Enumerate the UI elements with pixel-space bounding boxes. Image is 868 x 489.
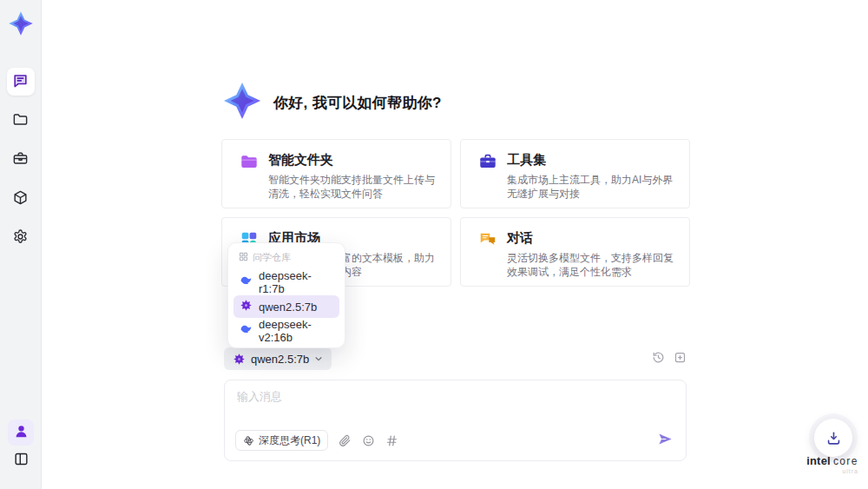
- chat-bubbles-icon: [478, 230, 497, 249]
- user-icon: [13, 423, 30, 442]
- deep-think-label: 深度思考(R1): [259, 433, 320, 448]
- folder-icon: [240, 152, 259, 171]
- card-desc: 灵活切换多模型文件，支持多样回复效果调试，满足个性化需求: [507, 251, 681, 279]
- qwen-icon: [233, 353, 246, 366]
- sidebar-bottom: [0, 420, 42, 473]
- deepseek-icon: [240, 274, 253, 290]
- app-window: 你好, 我可以如何帮助你? 智能文件夹 智能文件夹功能支持批量文件上传与清洗，轻…: [0, 0, 868, 489]
- model-option-deepseek-v2[interactable]: deepseek-v2:16b: [233, 320, 339, 342]
- card-toolset[interactable]: 工具集 集成市场上主流工具，助力AI与外界无缝扩展与对接: [460, 139, 690, 208]
- history-icon[interactable]: [652, 351, 665, 367]
- sidebar-nav: [7, 68, 35, 252]
- model-option-qwen[interactable]: qwen2.5:7b: [233, 295, 339, 318]
- send-button[interactable]: [657, 431, 674, 450]
- greeting-title: 你好, 我可以如何帮助你?: [273, 93, 442, 113]
- gear-icon: [12, 228, 29, 248]
- card-smart-folder[interactable]: 智能文件夹 智能文件夹功能支持批量文件上传与清洗，轻松实现文件问答: [221, 139, 451, 208]
- model-option-label: deepseek-r1:7b: [259, 269, 333, 295]
- card-title: 工具集: [507, 151, 681, 169]
- sidebar-item-account[interactable]: [8, 420, 34, 446]
- model-option-label: deepseek-v2:16b: [259, 318, 333, 344]
- qwen-icon: [240, 299, 253, 314]
- sidebar: [0, 0, 42, 489]
- card-desc: 集成市场上主流工具，助力AI与外界无缝扩展与对接: [507, 173, 681, 201]
- composer-toolbar: 深度思考(R1): [235, 430, 674, 451]
- folder-icon: [12, 111, 29, 130]
- ultra-logo-text: ultra: [805, 468, 860, 474]
- hash-icon[interactable]: [385, 434, 398, 447]
- card-desc: 智能文件夹功能支持批量文件上传与清洗，轻松实现文件问答: [268, 173, 442, 201]
- briefcase-icon: [478, 152, 497, 171]
- sidebar-item-chat[interactable]: [7, 68, 35, 96]
- model-selector-button[interactable]: qwen2.5:7b: [224, 347, 332, 370]
- model-dropdown-header-label: 问学仓库: [253, 251, 291, 264]
- sidebar-item-folders[interactable]: [7, 107, 35, 135]
- message-input[interactable]: [237, 389, 671, 424]
- model-option-label: qwen2.5:7b: [259, 301, 317, 314]
- sidebar-item-settings[interactable]: [7, 224, 35, 252]
- chevron-down-icon: [314, 354, 323, 363]
- sidebar-item-panel[interactable]: [8, 447, 34, 473]
- emoji-icon[interactable]: [362, 434, 375, 447]
- chat-toolbar: [652, 351, 687, 367]
- app-logo-icon: [8, 10, 34, 36]
- intel-core-badge: intel core ultra: [805, 454, 860, 474]
- model-option-deepseek-r1[interactable]: deepseek-r1:7b: [233, 271, 339, 294]
- model-dropdown: 问学仓库 deepseek-r1:7b qwen2.5:7b deepseek-…: [227, 242, 345, 348]
- deepseek-icon: [240, 323, 253, 339]
- chat-icon: [12, 72, 29, 91]
- panel-icon: [13, 451, 30, 470]
- core-logo-text: core: [833, 455, 858, 467]
- download-icon: [825, 430, 842, 446]
- briefcase-icon: [12, 150, 29, 169]
- greeting: 你好, 我可以如何帮助你?: [222, 81, 442, 124]
- deep-think-toggle[interactable]: 深度思考(R1): [235, 430, 328, 451]
- model-dropdown-header: 问学仓库: [233, 248, 339, 269]
- card-title: 对话: [507, 229, 681, 247]
- new-chat-icon[interactable]: [674, 351, 687, 367]
- cube-icon: [12, 189, 29, 208]
- repo-icon: [239, 252, 248, 263]
- model-selector-label: qwen2.5:7b: [251, 353, 309, 366]
- sidebar-item-toolbox[interactable]: [7, 146, 35, 174]
- app-logo-icon: [222, 81, 262, 124]
- intel-logo-text: intel: [806, 454, 831, 467]
- message-composer: 深度思考(R1): [224, 380, 687, 461]
- paperclip-icon[interactable]: [339, 434, 352, 447]
- download-button[interactable]: [814, 419, 852, 457]
- atom-icon: [243, 435, 254, 446]
- model-selector-row: qwen2.5:7b: [224, 347, 687, 370]
- sidebar-item-models[interactable]: [7, 185, 35, 213]
- card-title: 智能文件夹: [268, 151, 442, 169]
- card-conversation[interactable]: 对话 灵活切换多模型文件，支持多样回复效果调试，满足个性化需求: [460, 217, 690, 287]
- send-icon: [657, 431, 674, 447]
